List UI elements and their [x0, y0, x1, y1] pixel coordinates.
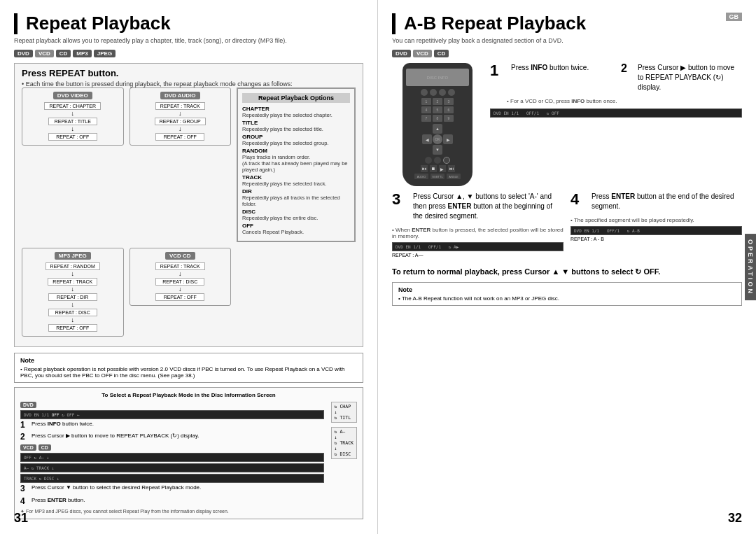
left-note: Note • Repeat playback operation is not …: [14, 353, 363, 383]
rpo-random: RANDOM Plays tracks in random order.(A t…: [242, 148, 350, 173]
step-1: 1 Press INFO button twice.: [20, 421, 324, 430]
remote-playback-btns: ⏮ ⏹ ▶ ⏭: [406, 165, 469, 172]
dpad-center: OK: [433, 134, 442, 144]
right-steps-3-4: 3 Press Cursor ▲, ▼ buttons to select 'A…: [392, 192, 742, 258]
mj-item-4: REPEAT : DISC: [48, 309, 97, 316]
mp3-jpeg-diagram: MP3 JPEG REPEAT : RANDOM ↓ REPEAT : TRAC…: [22, 248, 124, 337]
dvd-video-title: DVD VIDEO: [53, 92, 92, 99]
remote-dpad: ▲ ◀ OK ▶ ▼: [422, 124, 453, 155]
right-step-1: 1 Press INFO button twice. 2 Press Curso…: [490, 63, 742, 92]
dvd-audio-title: DVD AUDIO: [160, 92, 200, 99]
remote-shape: DISC INFO 1 2 3 4 5 6 7: [402, 63, 472, 186]
info-screen-box: To Select a Repeat Playback Mode in the …: [14, 387, 363, 519]
right-mini-screen-3: DVD EN 1/1 OFF/1 ↻ A-B: [570, 226, 742, 235]
mini-screen-3: A— ↻ TRACK ↓: [20, 463, 324, 472]
dpad-left: ◀: [422, 134, 432, 144]
rpo-dir: DIR Repeatedly plays all tracks in the s…: [242, 188, 350, 207]
mj-item-2: REPEAT : TRACK: [48, 278, 97, 286]
vc-item-3: REPEAT : OFF: [155, 293, 204, 301]
dvd-audio-diagram: DVD AUDIO REPEAT : TRACK ↓ REPEAT : GROU…: [130, 87, 232, 146]
step1-note: • For a VCD or CD, press INFO button onc…: [490, 98, 742, 104]
step4-note: • The specified segment will be played r…: [570, 217, 742, 223]
remote-top-btns: [406, 89, 469, 96]
page-number-right: 32: [728, 511, 742, 526]
options-area: DVD VIDEO REPEAT : CHAPTER ↓ REPEAT : TI…: [22, 87, 356, 242]
rpo-box: Repeat Playback Options CHAPTER Repeated…: [237, 87, 356, 242]
disc-info-screens: ↻ CHAP ↓ ↻ TITL ↻ A— ↓ ↻ TRACK ↓ ↻ DISC: [331, 402, 357, 514]
step-3: 3 Press Cursor ▼ button to select the de…: [20, 484, 324, 493]
vcd-cd-title: VCD CD: [165, 252, 195, 260]
dvd-screen-ab: ↻ A— ↓ ↻ TRACK ↓ ↻ DISC: [331, 427, 357, 459]
mini-screen-1: DVD EN 1/1 OFF ↻ OFF ←: [20, 410, 324, 419]
da-item-2: REPEAT : GROUP: [155, 118, 206, 125]
right-step-4: 4 Press ENTER button at the end of the d…: [570, 192, 742, 211]
dv-item-2: REPEAT : TITLE: [48, 118, 97, 125]
repeat-box-title: Press REPEAT button.: [22, 68, 356, 78]
repeat-box: Press REPEAT button. • Each time the but…: [14, 63, 363, 347]
right-title: A-B Repeat Playback: [392, 13, 742, 34]
bottom-text: To return to normal playback, press Curs…: [392, 267, 742, 276]
note-text: • Repeat playback operation is not possi…: [20, 366, 357, 379]
dvd-screen-chap: ↻ CHAP ↓ ↻ TITL: [331, 402, 357, 423]
right-subtitle: You can repetitively play back a designa…: [392, 37, 742, 44]
right-mini-screen-1: DVD EN 1/1 OFF/1 ↻ OFF: [490, 108, 742, 118]
mj-item-3: REPEAT : DIR: [48, 293, 97, 301]
r-badge-vcd: VCD: [413, 50, 432, 57]
rpo-col: Repeat Playback Options CHAPTER Repeated…: [237, 87, 356, 242]
remote-btn-info: [443, 157, 450, 164]
left-format-badges: DVD VCD CD MP3 JPEG: [14, 50, 363, 57]
vc-item-2: REPEAT : DISC: [155, 278, 204, 286]
right-note: Note • The A-B Repeat function will not …: [392, 282, 742, 306]
right-top: DISC INFO 1 2 3 4 5 6 7: [392, 63, 742, 186]
note-title: Note: [20, 357, 357, 364]
vcd-cd-col: VCD CD REPEAT : TRACK ↓ REPEAT : DISC ↓ …: [130, 248, 232, 337]
dvd-audio-col: DVD AUDIO REPEAT : TRACK ↓ REPEAT : GROU…: [130, 87, 232, 242]
step3-note: • When ENTER button is pressed, the sele…: [392, 227, 564, 239]
repeat-ab-label: REPEAT : A - B: [570, 237, 742, 241]
remote-btn-1: [421, 89, 428, 96]
left-title-text: Repeat Playback: [26, 13, 171, 34]
da-item-3: REPEAT : OFF: [155, 133, 204, 141]
right-title-text: A-B Repeat Playback: [404, 13, 586, 34]
badge-cd: CD: [56, 50, 71, 57]
remote-btn-menu: [434, 157, 441, 164]
badge-mp3: MP3: [73, 50, 91, 57]
page-number-left: 31: [14, 511, 28, 526]
remote-btn-2: [430, 89, 437, 96]
dpad-up: ▲: [433, 124, 442, 134]
step-2: 2 Press Cursor ▶ button to move to REPEA…: [20, 433, 324, 442]
dvd-video-diagram: DVD VIDEO REPEAT : CHAPTER ↓ REPEAT : TI…: [22, 87, 124, 146]
repeat-box-subtitle: • Each time the button is pressed during…: [22, 80, 356, 87]
rpo-group: GROUP Repeatedly plays the selected grou…: [242, 134, 350, 146]
remote-screen: DISC INFO: [406, 69, 469, 86]
step-4: 4 Press ENTER button.: [20, 497, 324, 506]
empty-col: [237, 248, 356, 337]
right-col-step-4: 4 Press ENTER button at the end of the d…: [570, 192, 742, 258]
r-badge-cd: CD: [434, 50, 449, 57]
badge-vcd: VCD: [35, 50, 54, 57]
remote-illustration: DISC INFO 1 2 3 4 5 6 7: [392, 63, 483, 186]
right-step-3: 3 Press Cursor ▲, ▼ buttons to select 'A…: [392, 192, 564, 221]
mp3-jpeg-col: MP3 JPEG REPEAT : RANDOM ↓ REPEAT : TRAC…: [22, 248, 124, 337]
dv-item-1: REPEAT : CHAPTER: [44, 102, 101, 110]
info-screen-title: To Select a Repeat Playback Mode in the …: [20, 392, 357, 398]
info-steps: DVD DVD EN 1/1 OFF ↻ OFF ← 1 Press INFO …: [20, 402, 357, 514]
right-page: GB A-B Repeat Playback You can repetitiv…: [378, 0, 756, 534]
dpad-down: ▼: [433, 145, 442, 155]
r-badge-dvd: DVD: [392, 50, 411, 57]
left-title: Repeat Playback: [14, 13, 363, 34]
dvd-badge-row: DVD: [20, 402, 324, 408]
badge-jpeg: JPEG: [94, 50, 115, 57]
right-format-badges: DVD VCD CD: [392, 50, 742, 57]
mp3-jpeg-title: MP3 JPEG: [55, 252, 91, 260]
remote-btn-ret: [425, 157, 432, 164]
da-item-1: REPEAT : TRACK: [155, 102, 205, 110]
right-mini-screen-2: DVD EN 1/1 OFF/1 ↻ A▶: [392, 242, 564, 251]
rpo-title-item: TITLE Repeatedly plays the selected titl…: [242, 120, 350, 132]
mini-screen-4: TRACK ↻ DISC ↓: [20, 474, 324, 483]
steps-main: DVD DVD EN 1/1 OFF ↻ OFF ← 1 Press INFO …: [20, 402, 324, 514]
mj-item-5: REPEAT : OFF: [48, 324, 97, 332]
vcd-cd-diagram: VCD CD REPEAT : TRACK ↓ REPEAT : DISC ↓ …: [130, 248, 232, 306]
ge-badge: GB: [726, 13, 743, 21]
rpo-off: OFF Cancels Repeat Playback.: [242, 223, 350, 235]
